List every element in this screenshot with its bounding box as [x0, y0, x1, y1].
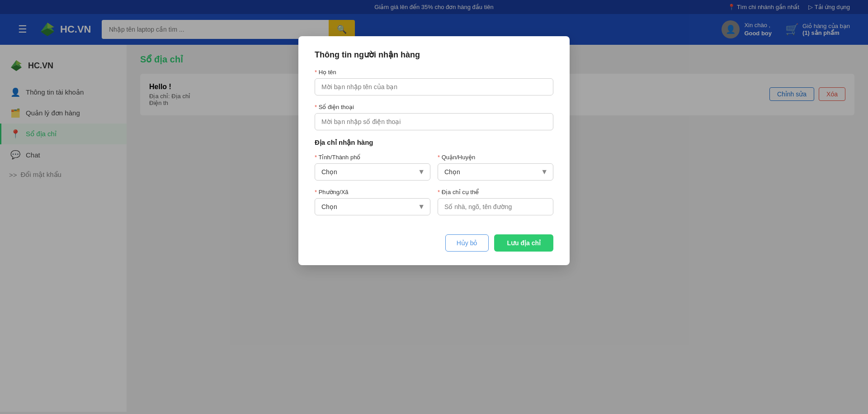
cancel-button[interactable]: Hủy bỏ [445, 234, 489, 252]
fullname-group: * Họ tên [315, 69, 553, 95]
phone-input[interactable] [315, 113, 553, 130]
save-button[interactable]: Lưu địa chỉ [494, 234, 553, 252]
ward-address-row: * Phường/Xã Chọn ▼ * Địa chỉ cụ thể [315, 189, 553, 224]
specific-address-group: * Địa chỉ cụ thể [438, 189, 553, 215]
specific-address-input[interactable] [438, 198, 553, 215]
province-label: * Tỉnh/Thành phố [315, 154, 430, 161]
ward-label: * Phường/Xã [315, 189, 430, 195]
province-district-row: * Tỉnh/Thành phố Chọn ▼ * Quận/Huyện Chọ… [315, 154, 553, 189]
specific-address-label: * Địa chỉ cụ thể [438, 189, 553, 195]
address-section-title: Địa chỉ nhận hàng [315, 138, 553, 147]
fullname-input[interactable] [315, 78, 553, 95]
phone-label: * Số điện thoại [315, 104, 553, 110]
ward-group: * Phường/Xã Chọn ▼ [315, 189, 430, 215]
province-group: * Tỉnh/Thành phố Chọn ▼ [315, 154, 430, 181]
modal-overlay: Thông tin người nhận hàng * Họ tên * Số … [0, 0, 868, 414]
ward-select[interactable]: Chọn [315, 198, 430, 215]
ward-wrapper: Chọn ▼ [315, 198, 430, 215]
phone-group: * Số điện thoại [315, 104, 553, 130]
modal-title: Thông tin người nhận hàng [315, 50, 553, 60]
district-wrapper: Chọn ▼ [438, 163, 553, 181]
district-select[interactable]: Chọn [438, 163, 553, 181]
province-wrapper: Chọn ▼ [315, 163, 430, 181]
district-group: * Quận/Huyện Chọn ▼ [438, 154, 553, 181]
province-select[interactable]: Chọn [315, 163, 430, 181]
fullname-label: * Họ tên [315, 69, 553, 76]
district-label: * Quận/Huyện [438, 154, 553, 161]
modal: Thông tin người nhận hàng * Họ tên * Số … [298, 36, 570, 265]
modal-footer: Hủy bỏ Lưu địa chỉ [315, 234, 553, 252]
